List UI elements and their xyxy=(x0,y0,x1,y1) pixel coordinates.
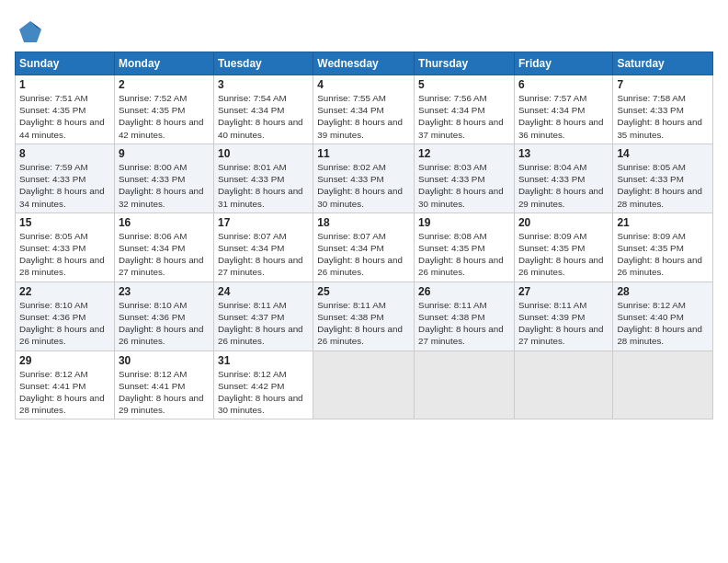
calendar-cell: 6 Sunrise: 7:57 AM Sunset: 4:34 PM Dayli… xyxy=(514,75,612,144)
day-number: 11 xyxy=(317,147,410,160)
calendar-cell: 26 Sunrise: 8:11 AM Sunset: 4:38 PM Dayl… xyxy=(415,282,515,350)
week-row-2: 8 Sunrise: 7:59 AM Sunset: 4:33 PM Dayli… xyxy=(16,144,713,213)
calendar-cell: 28 Sunrise: 8:12 AM Sunset: 4:40 PM Dayl… xyxy=(613,282,713,350)
day-number: 10 xyxy=(218,147,309,160)
day-info: Sunrise: 7:51 AM Sunset: 4:35 PM Dayligh… xyxy=(19,92,110,141)
day-info: Sunrise: 7:58 AM Sunset: 4:33 PM Dayligh… xyxy=(617,92,709,141)
day-info: Sunrise: 7:54 AM Sunset: 4:34 PM Dayligh… xyxy=(218,92,309,141)
day-info: Sunrise: 7:52 AM Sunset: 4:35 PM Dayligh… xyxy=(119,92,210,141)
day-info: Sunrise: 8:12 AM Sunset: 4:40 PM Dayligh… xyxy=(617,299,709,348)
weekday-header-wednesday: Wednesday xyxy=(313,52,415,75)
calendar-cell: 23 Sunrise: 8:10 AM Sunset: 4:36 PM Dayl… xyxy=(114,282,213,350)
day-number: 13 xyxy=(518,147,609,160)
day-number: 15 xyxy=(19,216,110,229)
calendar-cell: 11 Sunrise: 8:02 AM Sunset: 4:33 PM Dayl… xyxy=(313,144,415,213)
calendar-cell: 10 Sunrise: 8:01 AM Sunset: 4:33 PM Dayl… xyxy=(213,144,313,213)
header xyxy=(15,15,713,46)
weekday-header-saturday: Saturday xyxy=(613,52,713,75)
day-info: Sunrise: 8:12 AM Sunset: 4:41 PM Dayligh… xyxy=(119,368,210,417)
weekday-header-row: SundayMondayTuesdayWednesdayThursdayFrid… xyxy=(16,52,713,75)
calendar-cell: 21 Sunrise: 8:09 AM Sunset: 4:35 PM Dayl… xyxy=(613,213,713,282)
week-row-3: 15 Sunrise: 8:05 AM Sunset: 4:33 PM Dayl… xyxy=(16,213,713,282)
weekday-header-monday: Monday xyxy=(114,52,213,75)
day-number: 3 xyxy=(218,78,309,91)
day-info: Sunrise: 8:10 AM Sunset: 4:36 PM Dayligh… xyxy=(19,299,110,348)
calendar-cell: 17 Sunrise: 8:07 AM Sunset: 4:34 PM Dayl… xyxy=(213,213,313,282)
day-info: Sunrise: 8:02 AM Sunset: 4:33 PM Dayligh… xyxy=(317,161,410,210)
day-info: Sunrise: 8:07 AM Sunset: 4:34 PM Dayligh… xyxy=(317,230,410,279)
calendar-cell: 29 Sunrise: 8:12 AM Sunset: 4:41 PM Dayl… xyxy=(16,350,115,419)
day-info: Sunrise: 8:00 AM Sunset: 4:33 PM Dayligh… xyxy=(119,161,210,210)
calendar-cell: 8 Sunrise: 7:59 AM Sunset: 4:33 PM Dayli… xyxy=(16,144,115,213)
day-info: Sunrise: 8:06 AM Sunset: 4:34 PM Dayligh… xyxy=(119,230,210,279)
calendar-cell: 27 Sunrise: 8:11 AM Sunset: 4:39 PM Dayl… xyxy=(514,282,612,350)
day-info: Sunrise: 8:11 AM Sunset: 4:38 PM Dayligh… xyxy=(317,299,410,348)
day-info: Sunrise: 8:12 AM Sunset: 4:41 PM Dayligh… xyxy=(19,368,110,417)
day-number: 21 xyxy=(617,216,709,229)
weekday-header-tuesday: Tuesday xyxy=(213,52,313,75)
day-number: 26 xyxy=(418,285,510,298)
day-number: 2 xyxy=(119,78,210,91)
logo xyxy=(15,18,44,46)
calendar-cell: 2 Sunrise: 7:52 AM Sunset: 4:35 PM Dayli… xyxy=(114,75,213,144)
calendar-cell: 31 Sunrise: 8:12 AM Sunset: 4:42 PM Dayl… xyxy=(213,350,313,419)
logo-text xyxy=(15,18,44,46)
calendar-cell: 1 Sunrise: 7:51 AM Sunset: 4:35 PM Dayli… xyxy=(16,75,115,144)
day-info: Sunrise: 8:11 AM Sunset: 4:37 PM Dayligh… xyxy=(218,299,309,348)
day-number: 28 xyxy=(617,285,709,298)
week-row-1: 1 Sunrise: 7:51 AM Sunset: 4:35 PM Dayli… xyxy=(16,75,713,144)
calendar: SundayMondayTuesdayWednesdayThursdayFrid… xyxy=(15,52,713,419)
week-row-5: 29 Sunrise: 8:12 AM Sunset: 4:41 PM Dayl… xyxy=(16,350,713,419)
calendar-cell: 4 Sunrise: 7:55 AM Sunset: 4:34 PM Dayli… xyxy=(313,75,415,144)
weekday-header-thursday: Thursday xyxy=(415,52,515,75)
calendar-cell: 18 Sunrise: 8:07 AM Sunset: 4:34 PM Dayl… xyxy=(313,213,415,282)
calendar-cell: 25 Sunrise: 8:11 AM Sunset: 4:38 PM Dayl… xyxy=(313,282,415,350)
day-info: Sunrise: 8:11 AM Sunset: 4:38 PM Dayligh… xyxy=(418,299,510,348)
page: SundayMondayTuesdayWednesdayThursdayFrid… xyxy=(0,0,728,563)
day-info: Sunrise: 8:03 AM Sunset: 4:33 PM Dayligh… xyxy=(418,161,510,210)
day-number: 9 xyxy=(119,147,210,160)
day-number: 4 xyxy=(317,78,410,91)
calendar-cell: 7 Sunrise: 7:58 AM Sunset: 4:33 PM Dayli… xyxy=(613,75,713,144)
calendar-cell: 20 Sunrise: 8:09 AM Sunset: 4:35 PM Dayl… xyxy=(514,213,612,282)
day-info: Sunrise: 8:01 AM Sunset: 4:33 PM Dayligh… xyxy=(218,161,309,210)
day-info: Sunrise: 8:09 AM Sunset: 4:35 PM Dayligh… xyxy=(518,230,609,279)
day-number: 27 xyxy=(518,285,609,298)
calendar-cell: 30 Sunrise: 8:12 AM Sunset: 4:41 PM Dayl… xyxy=(114,350,213,419)
calendar-cell xyxy=(613,350,713,419)
day-number: 7 xyxy=(617,78,709,91)
day-number: 1 xyxy=(19,78,110,91)
day-number: 5 xyxy=(418,78,510,91)
calendar-cell xyxy=(514,350,612,419)
day-info: Sunrise: 8:07 AM Sunset: 4:34 PM Dayligh… xyxy=(218,230,309,279)
day-number: 22 xyxy=(19,285,110,298)
week-row-4: 22 Sunrise: 8:10 AM Sunset: 4:36 PM Dayl… xyxy=(16,282,713,350)
day-info: Sunrise: 8:04 AM Sunset: 4:33 PM Dayligh… xyxy=(518,161,609,210)
calendar-cell: 5 Sunrise: 7:56 AM Sunset: 4:34 PM Dayli… xyxy=(415,75,515,144)
day-number: 6 xyxy=(518,78,609,91)
day-info: Sunrise: 8:12 AM Sunset: 4:42 PM Dayligh… xyxy=(218,368,309,417)
day-info: Sunrise: 7:55 AM Sunset: 4:34 PM Dayligh… xyxy=(317,92,410,141)
day-info: Sunrise: 8:10 AM Sunset: 4:36 PM Dayligh… xyxy=(119,299,210,348)
day-number: 17 xyxy=(218,216,309,229)
day-info: Sunrise: 8:05 AM Sunset: 4:33 PM Dayligh… xyxy=(19,230,110,279)
weekday-header-sunday: Sunday xyxy=(16,52,115,75)
calendar-cell: 12 Sunrise: 8:03 AM Sunset: 4:33 PM Dayl… xyxy=(415,144,515,213)
day-info: Sunrise: 8:09 AM Sunset: 4:35 PM Dayligh… xyxy=(617,230,709,279)
day-info: Sunrise: 7:59 AM Sunset: 4:33 PM Dayligh… xyxy=(19,161,110,210)
day-number: 19 xyxy=(418,216,510,229)
day-number: 16 xyxy=(119,216,210,229)
day-number: 24 xyxy=(218,285,309,298)
day-number: 18 xyxy=(317,216,410,229)
day-info: Sunrise: 8:11 AM Sunset: 4:39 PM Dayligh… xyxy=(518,299,609,348)
day-number: 25 xyxy=(317,285,410,298)
day-number: 8 xyxy=(19,147,110,160)
calendar-cell: 22 Sunrise: 8:10 AM Sunset: 4:36 PM Dayl… xyxy=(16,282,115,350)
calendar-cell: 19 Sunrise: 8:08 AM Sunset: 4:35 PM Dayl… xyxy=(415,213,515,282)
day-info: Sunrise: 7:56 AM Sunset: 4:34 PM Dayligh… xyxy=(418,92,510,141)
day-number: 31 xyxy=(218,354,309,367)
day-number: 29 xyxy=(19,354,110,367)
calendar-cell xyxy=(313,350,415,419)
calendar-cell xyxy=(415,350,515,419)
calendar-cell: 3 Sunrise: 7:54 AM Sunset: 4:34 PM Dayli… xyxy=(213,75,313,144)
